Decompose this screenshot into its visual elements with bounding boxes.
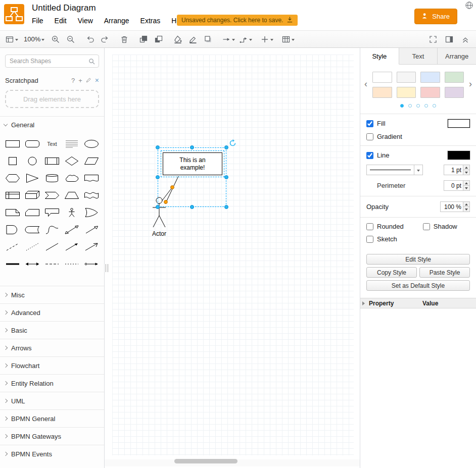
shape-diamond[interactable] xyxy=(62,154,81,169)
zoom-in-button[interactable] xyxy=(50,33,61,45)
style-swatch-7[interactable] xyxy=(445,87,464,98)
sidebar-section-flowchart[interactable]: Flowchart xyxy=(0,356,104,374)
shape-rectangle[interactable] xyxy=(4,137,22,151)
set-default-style-button[interactable]: Set as Default Style xyxy=(366,280,470,291)
resize-handle[interactable] xyxy=(156,145,160,149)
swatch-page-dot-3[interactable] xyxy=(424,104,428,108)
shape-parallelogram[interactable] xyxy=(82,154,101,169)
tab-arrange[interactable]: Arrange xyxy=(438,48,476,65)
paste-style-button[interactable]: Paste Style xyxy=(419,267,470,278)
horizontal-scrollbar[interactable] xyxy=(105,459,360,466)
shape-circle[interactable] xyxy=(23,154,42,169)
delete-button[interactable] xyxy=(119,33,130,45)
spinner-up-icon[interactable] xyxy=(463,181,469,186)
resize-handle[interactable] xyxy=(156,175,160,179)
sidebar-section-uml[interactable]: UML xyxy=(0,392,104,409)
line-color-swatch[interactable] xyxy=(448,151,470,160)
copy-style-button[interactable]: Copy Style xyxy=(366,267,417,278)
shape-card[interactable] xyxy=(23,205,42,220)
shape-tape[interactable] xyxy=(82,188,101,203)
shape-callout[interactable] xyxy=(42,205,61,220)
shape-dotted-edge[interactable] xyxy=(62,257,81,272)
diagram-canvas[interactable]: Actor This is an example! xyxy=(105,48,360,468)
shape-step[interactable] xyxy=(42,188,61,203)
shape-rounded-rectangle[interactable] xyxy=(23,137,42,151)
sidebar-section-arrows[interactable]: Arrows xyxy=(0,339,104,356)
resize-handle[interactable] xyxy=(224,205,228,209)
sidebar-section-bpmn-general[interactable]: BPMN General xyxy=(0,409,104,427)
tab-style[interactable]: Style xyxy=(360,48,399,65)
swatch-page-dot-0[interactable] xyxy=(400,104,404,108)
waypoint-style-button[interactable] xyxy=(239,33,252,45)
style-swatch-6[interactable] xyxy=(420,87,440,98)
scratchpad-header[interactable]: Scratchpad ? + × xyxy=(0,73,104,88)
shape-actor[interactable] xyxy=(62,205,81,220)
zoom-level-button[interactable]: 100% xyxy=(22,33,46,45)
edit-style-button[interactable]: Edit Style xyxy=(366,254,470,265)
shadow-button[interactable] xyxy=(203,33,214,45)
spinner-down-icon[interactable] xyxy=(463,186,469,190)
line-width-input[interactable] xyxy=(444,165,463,175)
undo-button[interactable] xyxy=(84,33,96,45)
resize-handle[interactable] xyxy=(224,145,228,149)
shape-arrow[interactable] xyxy=(82,223,101,237)
share-button[interactable]: Share xyxy=(414,9,457,24)
shape-bold-line[interactable] xyxy=(4,257,22,272)
sidebar-section-misc[interactable]: Misc xyxy=(0,286,104,303)
sidebar-resize-grip[interactable] xyxy=(106,264,108,272)
style-swatch-5[interactable] xyxy=(397,87,416,98)
shape-document[interactable] xyxy=(82,171,101,186)
resize-handle[interactable] xyxy=(190,145,194,149)
to-back-button[interactable] xyxy=(153,33,164,45)
horizontal-scrollbar-thumb[interactable] xyxy=(174,459,237,463)
rounded-checkbox[interactable] xyxy=(366,223,373,230)
table-button[interactable] xyxy=(281,33,295,45)
shape-bidirectional-arrow[interactable] xyxy=(62,223,81,237)
shape-link[interactable] xyxy=(82,240,101,254)
swatch-next-icon[interactable]: › xyxy=(467,78,474,90)
swatch-prev-icon[interactable]: ‹ xyxy=(362,78,369,90)
shape-square[interactable] xyxy=(4,154,22,169)
menu-edit[interactable]: Edit xyxy=(55,17,67,25)
menu-extras[interactable]: Extras xyxy=(140,17,161,25)
opacity-input[interactable] xyxy=(441,202,463,212)
scratchpad-help-icon[interactable]: ? xyxy=(71,77,75,84)
swatch-page-dot-2[interactable] xyxy=(416,104,420,108)
sidebar-section-entity-relation[interactable]: Entity Relation xyxy=(0,374,104,392)
shape-line[interactable] xyxy=(42,240,61,254)
tab-text[interactable]: Text xyxy=(399,48,438,65)
perimeter-input[interactable] xyxy=(444,181,463,190)
shape-textbox[interactable] xyxy=(62,137,81,151)
insert-button[interactable] xyxy=(260,33,273,45)
scratchpad-dropzone[interactable]: Drag elements here xyxy=(5,90,99,108)
fullscreen-button[interactable] xyxy=(427,33,439,45)
shape-note[interactable] xyxy=(4,205,22,220)
line-style-select[interactable] xyxy=(366,165,423,175)
sidebar-section-bpmn-gateways[interactable]: BPMN Gateways xyxy=(0,427,104,445)
menu-view[interactable]: View xyxy=(78,17,93,25)
language-globe-icon[interactable] xyxy=(465,1,474,10)
style-swatch-4[interactable] xyxy=(372,87,392,98)
menu-file[interactable]: File xyxy=(32,17,43,25)
sidebar-section-basic[interactable]: Basic xyxy=(0,321,104,339)
shape-curve[interactable] xyxy=(42,223,61,237)
shape-double-arrow[interactable] xyxy=(23,257,42,272)
redo-button[interactable] xyxy=(100,33,111,45)
shape-text[interactable]: Text xyxy=(42,137,61,151)
collapse-toolbar-button[interactable] xyxy=(460,33,471,45)
style-swatch-2[interactable] xyxy=(420,72,440,83)
scratchpad-add-icon[interactable]: + xyxy=(78,77,82,84)
shape-triangle[interactable] xyxy=(23,171,42,186)
shape-cube[interactable] xyxy=(23,188,42,203)
scratchpad-edit-icon[interactable] xyxy=(86,77,91,84)
swatch-page-dot-4[interactable] xyxy=(433,104,436,108)
gradient-checkbox[interactable] xyxy=(366,133,373,140)
shadow-checkbox[interactable] xyxy=(423,223,430,230)
sidebar-section-advanced[interactable]: Advanced xyxy=(0,303,104,321)
fill-color-button[interactable] xyxy=(172,33,183,45)
zoom-out-button[interactable] xyxy=(65,33,76,45)
rotate-handle-icon[interactable] xyxy=(229,139,236,147)
sidebar-section-general[interactable]: General xyxy=(0,116,104,133)
canvas-grid-page[interactable] xyxy=(112,55,354,455)
line-color-button[interactable] xyxy=(187,33,199,45)
